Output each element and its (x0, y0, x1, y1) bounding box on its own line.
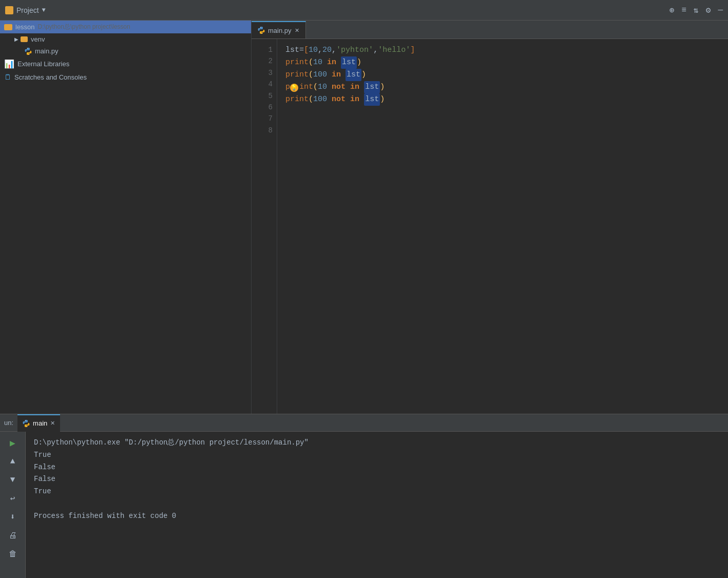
tab-mainpy[interactable]: main.py ✕ (252, 21, 306, 38)
external-libraries-icon: 📊 (4, 59, 14, 69)
main-area: lesson D:\python总\python project\lesson … (0, 21, 728, 414)
sidebar-item-scratches[interactable]: 🗒 Scratches and Consoles (0, 71, 251, 83)
console-output-line-3: False (34, 473, 720, 486)
venv-folder-icon (21, 36, 28, 42)
bottom-sidebar: ▶ ▲ ▼ ↩ ⬇ 🖨 🗑 (0, 432, 26, 578)
console-command: D:\python\python.exe "D:/python总/python … (34, 437, 720, 449)
tab-filename: main.py (268, 27, 292, 34)
external-libraries-label: External Libraries (17, 60, 69, 68)
download-button[interactable]: ⬇ (6, 510, 20, 524)
svg-point-1 (29, 53, 29, 54)
scroll-up-button[interactable]: ▲ (6, 454, 20, 469)
code-editor[interactable]: 1 2 3 4 5 6 7 8 lst=[10,20,'pyhton','hel… (252, 39, 728, 414)
scratches-icon: 🗒 (4, 73, 11, 81)
console-output-line-4: True (34, 486, 720, 498)
scroll-down-button[interactable]: ▼ (6, 473, 20, 487)
venv-chevron-icon: ▶ (14, 36, 18, 42)
bottom-tab-bar: un: main ✕ (0, 414, 728, 432)
bottom-tab-main[interactable]: main ✕ (17, 414, 60, 432)
line-numbers: 1 2 3 4 5 6 7 8 (252, 39, 277, 414)
title-bar: Project ▼ ⊕ ≡ ⇅ ⚙ — (0, 0, 728, 21)
console-tab-close[interactable]: ✕ (50, 420, 55, 427)
sidebar-item-venv[interactable]: ▶ venv (0, 33, 251, 45)
code-line-2: print(10 in lst) (285, 56, 720, 69)
sidebar-item-mainpy[interactable]: main.py (0, 45, 251, 57)
tab-bar: main.py ✕ (252, 21, 728, 39)
svg-point-2 (260, 27, 261, 28)
console-output-line-5 (34, 498, 720, 510)
code-line-4: p💡int(10 not in lst) (285, 81, 720, 93)
console-output-line-2: False (34, 461, 720, 474)
code-line-6 (285, 106, 720, 118)
mainpy-python-icon (25, 48, 32, 55)
venv-label: venv (31, 35, 45, 43)
sidebar-item-external-libraries[interactable]: 📊 External Libraries (0, 57, 251, 71)
lesson-label: lesson (15, 23, 35, 31)
print-button[interactable]: 🖨 (6, 528, 20, 543)
console-finish-line: Process finished with exit code 0 (34, 510, 720, 523)
code-content[interactable]: lst=[10,20,'pyhton','hello'] print(10 in… (277, 39, 728, 414)
wrap-button[interactable]: ↩ (6, 491, 20, 506)
console-output: D:\python\python.exe "D:/python总/python … (26, 432, 728, 578)
run-button[interactable]: ▶ (6, 436, 20, 450)
console-output-line-1: True (34, 449, 720, 461)
code-line-8 (285, 130, 720, 143)
clear-button[interactable]: 🗑 (6, 547, 20, 561)
editor-area: main.py ✕ 1 2 3 4 5 6 7 8 lst=[10,20,'py… (252, 21, 728, 414)
console-tab-label: main (33, 419, 47, 427)
svg-point-0 (27, 48, 28, 48)
code-line-5: print(100 not in lst) (285, 93, 720, 106)
lightbulb-icon: 💡 (290, 84, 298, 92)
scratches-label: Scratches and Consoles (14, 73, 87, 81)
run-label: un: (4, 419, 13, 427)
title-bar-left: Project ▼ (5, 6, 664, 14)
sidebar: lesson D:\python总\python project\lesson … (0, 21, 252, 414)
lesson-path: D:\python总\python project\lesson (38, 23, 130, 31)
bottom-content: ▶ ▲ ▼ ↩ ⬇ 🖨 🗑 D:\python\python.exe "D:/p… (0, 432, 728, 578)
svg-point-5 (27, 426, 27, 426)
project-label: Project (16, 6, 39, 14)
project-dropdown-icon[interactable]: ▼ (42, 7, 46, 14)
svg-point-3 (262, 33, 262, 33)
tab-python-icon (258, 27, 265, 34)
minimize-icon[interactable]: — (718, 6, 723, 15)
lesson-folder-icon (4, 24, 12, 30)
add-icon[interactable]: ⊕ (669, 5, 675, 15)
sort-icon[interactable]: ⇅ (694, 5, 699, 15)
svg-point-4 (25, 420, 26, 420)
code-line-3: print(100 in lst) (285, 69, 720, 81)
sidebar-item-lesson[interactable]: lesson D:\python总\python project\lesson (0, 21, 251, 33)
bottom-panel: un: main ✕ (0, 414, 728, 578)
mainpy-label: main.py (35, 47, 59, 55)
settings-icon[interactable]: ⚙ (706, 5, 711, 15)
title-bar-icons: ⊕ ≡ ⇅ ⚙ — (669, 5, 723, 15)
project-folder-icon (5, 6, 13, 14)
code-line-1: lst=[10,20,'pyhton','hello'] (285, 44, 720, 56)
code-line-7 (285, 118, 720, 130)
tab-close-button[interactable]: ✕ (295, 27, 299, 34)
structure-icon[interactable]: ≡ (682, 6, 687, 15)
console-python-icon (23, 420, 30, 427)
